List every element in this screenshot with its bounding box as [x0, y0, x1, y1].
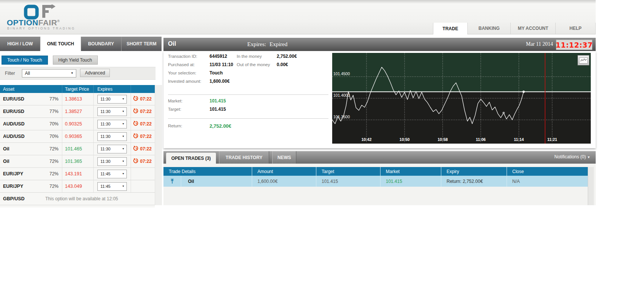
logo-wordmark: OPTIONFAIR® [7, 18, 60, 27]
column-header-market: Market [381, 167, 441, 176]
asset-row[interactable]: Oil72%101.36511:30▼07:22 [0, 155, 155, 168]
expiry-select[interactable]: 11:45▼ [97, 170, 127, 178]
asset-cell: 1.38527 [62, 105, 94, 118]
asset-cell: 07:22 [131, 155, 155, 167]
asset-row[interactable]: EUR/JPY72%143.04911:45▼ [0, 180, 155, 193]
expiry-select[interactable]: 11:30▼ [97, 132, 127, 141]
detail-label: Your selection: [168, 71, 196, 75]
asset-target-price: 0.90365 [65, 134, 82, 139]
money-label: In the money [237, 54, 262, 59]
tab-open-trades-3[interactable]: OPEN TRADES (3) [166, 153, 216, 164]
x-axis-label: 11:14 [514, 137, 524, 142]
expiry-select[interactable]: 11:30▼ [97, 157, 127, 166]
asset-row[interactable]: EUR/USD77%1.3852711:30▼07:22 [0, 105, 155, 118]
asset-row[interactable]: AUD/USD70%0.9036511:30▼07:22 [0, 130, 155, 143]
bottom-tabbar: OPEN TRADES (3)TRADE HISTORYNEWS Notific… [163, 151, 596, 164]
asset-row[interactable]: AUD/USD70%0.9032511:30▼07:22 [0, 118, 155, 130]
asset-cell [131, 180, 155, 192]
asset-cell: AUD/USD70% [0, 118, 62, 130]
expiry-select[interactable]: 11:30▼ [97, 95, 127, 104]
target-label: Target: [168, 107, 181, 111]
return-value: 2,752.00€ [210, 123, 231, 129]
x-axis-label: 10:58 [438, 137, 448, 142]
sidebar-tab-one-touch[interactable]: ONE TOUCH [40, 37, 81, 51]
asset-cell: EUR/USD77% [0, 105, 62, 118]
nav-tab-my-account[interactable]: MY ACCOUNT [510, 23, 555, 34]
asset-payout: 72% [49, 171, 62, 176]
trade-close: N/A [507, 176, 588, 187]
asset-cell: EUR/JPY72% [0, 168, 62, 180]
nav-tab-help[interactable]: HELP [555, 23, 596, 34]
column-header-close: Close [507, 167, 588, 176]
optionfair-logo[interactable]: OPTIONFAIR® BINARY OPTIONS TRADING [5, 2, 85, 32]
asset-row[interactable]: EUR/USD77%1.3861311:30▼07:22 [0, 93, 155, 105]
price-marker [502, 112, 505, 114]
filter-bar: Filter All ▼ Advanced [0, 67, 156, 80]
detail-label: Transaction ID: [168, 54, 197, 59]
asset-cell: 0.90365 [62, 130, 94, 142]
price-chart-canvas: 101.4500101.4000101.350010:4210:5010:581… [332, 53, 591, 144]
asset-name: EUR/JPY [3, 171, 23, 176]
asset-payout: 72% [49, 184, 62, 189]
asset-row[interactable]: GBP/USDThis option will be available at … [0, 193, 155, 205]
nav-tab-trade[interactable]: TRADE [433, 23, 467, 34]
chevron-down-icon: ▼ [122, 97, 125, 100]
asset-cell [131, 168, 155, 180]
countdown-clock-icon [133, 108, 139, 115]
filter-select[interactable]: All ▼ [22, 69, 76, 77]
expiry-select[interactable]: 11:45▼ [97, 182, 127, 191]
asset-cell: Oil72% [0, 155, 62, 167]
asset-name: EUR/JPY [3, 184, 23, 189]
asset-cell: 11:45▼ [94, 180, 131, 192]
expiry-select-value: 11:30 [100, 134, 111, 139]
countdown-text: 07:22 [140, 134, 152, 139]
sidebar-tab-short-term[interactable]: SHORT TERM [122, 37, 162, 51]
asset-row[interactable]: Oil72%101.46511:30▼07:22 [0, 143, 155, 155]
asset-cell: 101.365 [62, 155, 94, 167]
advanced-button[interactable]: Advanced [80, 69, 110, 77]
chevron-down-icon: ▼ [122, 185, 125, 187]
asset-list-scrollbar[interactable] [155, 85, 162, 205]
top-header: OPTIONFAIR® BINARY OPTIONS TRADING TRADE… [0, 0, 596, 34]
tab-news[interactable]: NEWS [272, 151, 296, 164]
mode-button-high-yield-touch[interactable]: High Yield Touch [53, 56, 98, 65]
trades-table-scrollbar[interactable] [588, 167, 594, 205]
asset-row[interactable]: EUR/JPY72%143.19111:45▼ [0, 168, 155, 180]
expiry-select[interactable]: 11:30▼ [97, 145, 127, 153]
return-label: Return: [168, 124, 182, 128]
column-header-trade-details: Trade Details [163, 167, 252, 176]
countdown-text: 07:22 [140, 146, 152, 152]
asset-cell: 11:30▼ [94, 105, 131, 118]
y-axis-label: 101.4500 [333, 71, 350, 76]
mode-button-touch-no-touch[interactable]: Touch / No Touch [2, 56, 48, 65]
sidebar-tab-boundary[interactable]: BOUNDARY [81, 37, 122, 51]
trade-row[interactable]: ⤒Oil1,600.00€101.415101.415Return: 2,752… [163, 176, 588, 187]
expiry-select[interactable]: 11:30▼ [97, 120, 127, 128]
chart-type-button[interactable] [578, 55, 589, 65]
asset-payout: 70% [49, 134, 62, 139]
touch-mode-buttons: Touch / No TouchHigh Yield Touch [2, 56, 98, 64]
asset-cell: GBP/USD [0, 193, 36, 205]
money-label: Out of the money [237, 62, 270, 67]
nav-tab-banking[interactable]: BANKING [467, 23, 510, 34]
detail-value: Touch [210, 70, 223, 76]
detail-value: 11/03 11:10 [210, 62, 233, 67]
notifications-toggle[interactable]: Notifications (0)▾ [555, 154, 590, 159]
trade-market: 101.415 [381, 176, 441, 187]
optionfair-app: OPTIONFAIR® BINARY OPTIONS TRADING TRADE… [0, 0, 596, 209]
expiry-select[interactable]: 11:30▼ [97, 107, 127, 116]
trade-expiry: Return: 2,752.00€ [441, 176, 507, 187]
asset-cell: 07:22 [131, 118, 155, 130]
expiry-select-value: 11:30 [100, 159, 111, 164]
expiry-select-value: 11:30 [100, 109, 111, 114]
asset-name: AUD/USD [3, 134, 25, 139]
tab-trade-history[interactable]: TRADE HISTORY [219, 151, 269, 164]
asset-cell: EUR/USD77% [0, 93, 62, 105]
price-chart: 101.4500101.4000101.350010:4210:5010:581… [332, 53, 591, 144]
money-value: 0.00€ [277, 62, 288, 67]
asset-target-price: 0.90325 [65, 121, 82, 127]
asset-name: Oil [3, 159, 9, 164]
asset-cell: 143.191 [62, 168, 94, 180]
countdown-text: 07:22 [140, 159, 152, 164]
sidebar-tab-high-low[interactable]: HIGH / LOW [0, 37, 40, 51]
